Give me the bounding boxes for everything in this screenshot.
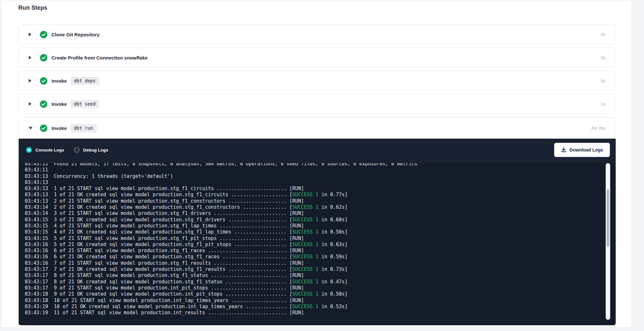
step-duration: 2m 26s (591, 126, 611, 131)
chevron-right-icon[interactable] (29, 79, 32, 83)
radio-selected-icon[interactable] (26, 147, 32, 153)
log-success-status: SUCCESS 1 (292, 266, 318, 272)
step-duration: 0s (601, 55, 611, 60)
log-line: 03:43:13 (25, 179, 616, 186)
log-success-status: SUCCESS 1 (292, 242, 318, 247)
log-line: 03:43:11 Found 21 models, 17 tests, 0 sn… (25, 163, 616, 167)
scrollbar-track[interactable] (606, 163, 610, 320)
log-success-status: SUCCESS 1 (292, 229, 318, 235)
log-line: 03:43:15 4 of 21 START sql view model pr… (25, 223, 616, 229)
download-logs-button[interactable]: Download Logs (554, 143, 610, 157)
log-line: 03:43:16 7 of 21 START sql view model pr… (25, 260, 616, 266)
status-success-icon (40, 77, 47, 85)
status-success-icon (40, 31, 47, 38)
console-toolbar: Console Logs Debug Logs Download Logs (19, 139, 616, 163)
console-panel: Console Logs Debug Logs Download Logs (19, 139, 616, 325)
log-success-status: SUCCESS 1 (292, 291, 318, 297)
tab-console-logs[interactable]: Console Logs (26, 147, 64, 153)
log-line: 03:43:13 1 of 21 OK created sql view mod… (25, 192, 616, 198)
step-label: Create Profile from Connection snowflake (52, 55, 147, 60)
chevron-down-icon[interactable] (29, 127, 33, 130)
chevron-right-icon[interactable] (29, 32, 32, 36)
step-command-badge: dbt seed (71, 100, 99, 108)
step-duration: 0s (601, 32, 611, 37)
console-logs-label: Console Logs (35, 148, 64, 152)
page-title: Run Steps (18, 5, 617, 11)
step-duration: 0s (601, 78, 611, 83)
log-success-status: SUCCESS 1 (292, 304, 318, 309)
chevron-right-icon[interactable] (29, 56, 32, 60)
log-line: 03:43:14 2 of 21 OK created sql view mod… (25, 204, 616, 210)
console-log-viewport[interactable]: 03:43:11 Found 21 models, 17 tests, 0 sn… (19, 163, 616, 325)
log-line: 03:43:19 10 of 21 OK created sql view mo… (25, 304, 616, 310)
step-label: Clone Git Repository (52, 32, 99, 37)
step-duration: 1s (601, 102, 611, 106)
log-success-status: SUCCESS 1 (292, 204, 318, 210)
log-success-status: SUCCESS 1 (292, 254, 318, 260)
log-line: 03:43:16 6 of 21 OK created sql view mod… (25, 254, 616, 260)
log-success-status: SUCCESS 1 (292, 217, 318, 223)
log-line: 03:43:17 8 of 21 OK created sql view mod… (25, 279, 616, 285)
status-success-icon (40, 100, 47, 108)
log-body: 03:43:11 Found 21 models, 17 tests, 0 sn… (25, 163, 616, 316)
log-line: 03:43:15 3 of 21 OK created sql view mod… (25, 217, 616, 223)
run-step-row[interactable]: Invoke dbt run 2m 26s (19, 117, 616, 139)
log-line: 03:43:16 5 of 21 OK created sql view mod… (25, 242, 616, 248)
log-line: 03:43:17 9 of 21 START sql view model pr… (25, 285, 616, 291)
log-success-status: SUCCESS 1 (292, 192, 318, 198)
download-icon (561, 147, 566, 153)
log-line: 03:43:14 3 of 21 START sql view model pr… (25, 210, 616, 216)
log-line: 03:43:15 5 of 21 START sql view model pr… (25, 235, 616, 242)
step-label: Invoke (52, 78, 67, 84)
scrollbar-thumb[interactable] (607, 189, 609, 247)
debug-logs-label: Debug Logs (83, 148, 108, 152)
run-step-row[interactable]: Invokedbt seed1s (18, 94, 616, 114)
run-steps-list: Clone Git Repository0sCreate Profile fro… (18, 24, 616, 326)
status-success-icon (40, 54, 47, 61)
log-line: 03:43:15 4 of 21 OK created sql view mod… (25, 229, 616, 235)
log-line: 03:43:19 11 of 21 START sql view model p… (25, 310, 616, 316)
log-line: 03:43:11 (25, 167, 616, 173)
step-command-badge: dbt run (71, 124, 97, 132)
log-line: 03:43:13 1 of 21 START sql view model pr… (25, 186, 616, 192)
log-line: 03:43:17 7 of 21 OK created sql view mod… (25, 266, 616, 272)
run-details-panel: Run Steps Clone Git Repository0sCreate P… (1, 0, 632, 327)
radio-unselected-icon[interactable] (74, 147, 80, 153)
log-success-status: SUCCESS 1 (292, 279, 318, 285)
step-label: Invoke (52, 125, 67, 131)
status-success-icon (40, 124, 47, 132)
step-card-expanded: Invoke dbt run 2m 26s Console Logs Debug… (18, 117, 616, 326)
tab-debug-logs[interactable]: Debug Logs (74, 147, 108, 153)
log-line: 03:43:16 6 of 21 START sql view model pr… (25, 248, 616, 254)
log-line: 03:43:17 8 of 21 START sql view model pr… (25, 272, 616, 279)
step-command-badge: dbt deps (71, 77, 99, 85)
log-line: 03:43:13 Concurrency: 1 threads (target=… (25, 173, 616, 179)
download-logs-label: Download Logs (570, 147, 603, 152)
run-step-row[interactable]: Invokedbt deps0s (18, 71, 616, 91)
run-step-row[interactable]: Clone Git Repository0s (18, 24, 616, 44)
log-line: 03:43:13 2 of 21 START sql view model pr… (25, 198, 616, 204)
log-line: 03:43:18 10 of 21 START sql view model p… (25, 298, 616, 304)
step-label: Invoke (52, 101, 67, 107)
chevron-right-icon[interactable] (29, 102, 32, 106)
run-step-row[interactable]: Create Profile from Connection snowflake… (18, 48, 616, 68)
log-line: 03:43:18 9 of 21 OK created sql view mod… (25, 291, 616, 297)
